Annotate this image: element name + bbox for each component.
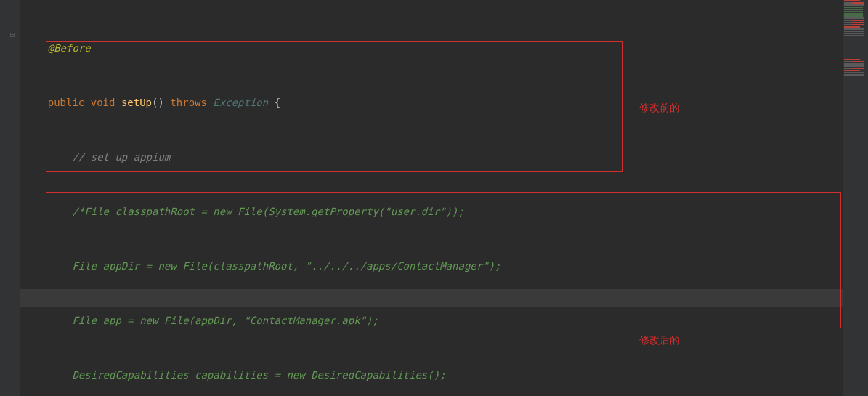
gutter: ⊟ — [0, 0, 20, 396]
code-content[interactable]: @Before public void setUp() throws Excep… — [23, 3, 843, 396]
annotation-label-before: 修改前的 — [639, 102, 680, 115]
annotation: @Before — [48, 42, 91, 54]
minimap[interactable] — [843, 0, 868, 396]
annotation-label-after: 修改后的 — [639, 334, 680, 347]
fold-icon[interactable]: ⊟ — [10, 31, 17, 38]
code-editor[interactable]: ⊟ @Before public void setUp() throws Exc… — [0, 0, 843, 396]
current-line-highlight — [20, 289, 843, 307]
